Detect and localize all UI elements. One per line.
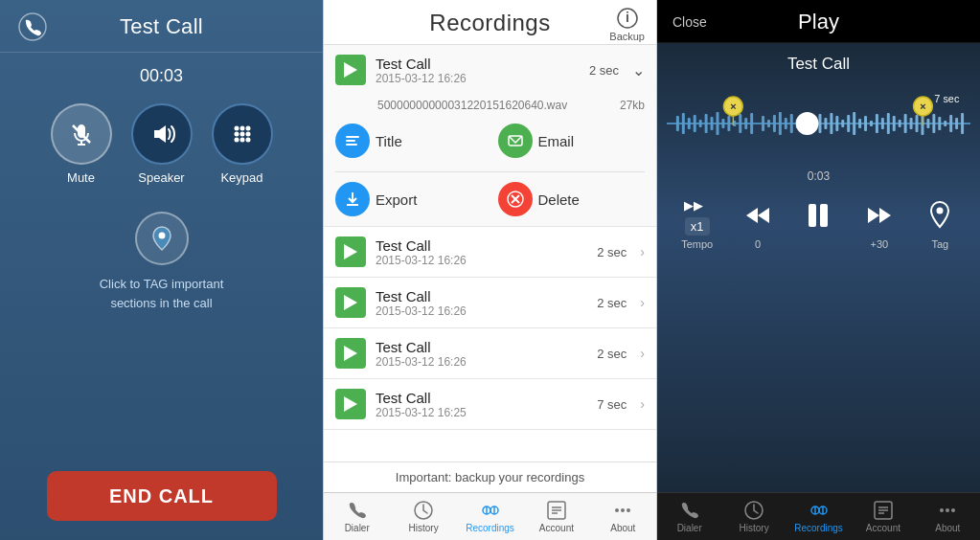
forward-label: +30 bbox=[871, 238, 889, 250]
svg-rect-68 bbox=[841, 120, 844, 127]
export-button[interactable]: Export bbox=[335, 182, 483, 216]
list-item[interactable]: Test Call 2015-03-12 16:26 2 sec › bbox=[324, 227, 656, 278]
svg-point-39 bbox=[627, 508, 630, 512]
chevron-right-icon: › bbox=[640, 295, 645, 310]
email-icon bbox=[498, 124, 533, 158]
player-nav-dialer[interactable]: Dialer bbox=[657, 493, 721, 540]
nav-recordings-label: Recordings bbox=[466, 523, 514, 533]
svg-rect-101 bbox=[809, 204, 816, 227]
svg-rect-65 bbox=[824, 118, 827, 129]
svg-marker-16 bbox=[344, 62, 357, 78]
recording-list: Test Call 2015-03-12 16:26 2 sec ⌄ 50000… bbox=[324, 45, 656, 461]
svg-rect-64 bbox=[819, 114, 822, 133]
play-button[interactable] bbox=[335, 338, 366, 369]
keypad-button[interactable]: Keypad bbox=[212, 103, 273, 185]
svg-rect-102 bbox=[820, 204, 828, 227]
nav-dialer-label: Dialer bbox=[345, 523, 370, 533]
mute-button[interactable]: Mute bbox=[51, 103, 112, 185]
speaker-label: Speaker bbox=[138, 170, 184, 185]
nav-recordings[interactable]: Recordings bbox=[457, 493, 523, 540]
play-button[interactable] bbox=[335, 389, 366, 419]
svg-rect-76 bbox=[887, 113, 890, 134]
nav-account[interactable]: Account bbox=[523, 493, 589, 540]
title-button[interactable]: Title bbox=[335, 124, 483, 158]
player-nav-about[interactable]: About bbox=[916, 493, 980, 540]
nav-history[interactable]: History bbox=[390, 493, 456, 540]
svg-rect-73 bbox=[870, 121, 873, 126]
list-item[interactable]: Test Call 2015-03-12 16:25 7 sec › bbox=[324, 379, 656, 430]
svg-point-13 bbox=[158, 233, 165, 239]
rewind-to-start-button[interactable]: 0 bbox=[739, 196, 777, 250]
recording-duration: 2 sec bbox=[589, 63, 619, 78]
end-call-button[interactable]: END CALL bbox=[47, 471, 277, 521]
svg-rect-85 bbox=[938, 117, 941, 130]
svg-text:7 sec: 7 sec bbox=[934, 93, 960, 104]
delete-button[interactable]: Delete bbox=[498, 182, 646, 216]
svg-rect-81 bbox=[916, 115, 919, 132]
player-nav-history[interactable]: History bbox=[721, 493, 786, 540]
tag-player-button[interactable]: Tag bbox=[921, 196, 959, 250]
recording-item-row[interactable]: Test Call 2015-03-12 16:26 2 sec ⌄ bbox=[324, 45, 656, 95]
filename: 50000000000031220151620640.wav bbox=[377, 99, 567, 112]
svg-rect-44 bbox=[694, 115, 696, 132]
play-button[interactable] bbox=[335, 55, 366, 85]
player-nav-account[interactable]: Account bbox=[851, 493, 915, 540]
svg-rect-79 bbox=[904, 114, 907, 133]
svg-rect-45 bbox=[699, 120, 702, 127]
list-item[interactable]: Test Call 2015-03-12 16:26 2 sec › bbox=[324, 328, 656, 379]
recording-date: 2015-03-12 16:26 bbox=[376, 72, 580, 85]
svg-rect-84 bbox=[932, 114, 935, 133]
chevron-down-icon: ⌄ bbox=[632, 61, 645, 79]
waveform[interactable]: × × 7 sec bbox=[667, 89, 970, 166]
svg-point-116 bbox=[946, 508, 949, 512]
svg-rect-58 bbox=[779, 112, 782, 135]
svg-point-97 bbox=[796, 112, 819, 135]
svg-point-11 bbox=[239, 138, 244, 143]
chevron-right-icon: › bbox=[640, 346, 645, 361]
svg-marker-27 bbox=[344, 396, 357, 412]
svg-text:▶▶: ▶▶ bbox=[684, 198, 703, 213]
svg-rect-67 bbox=[835, 116, 838, 131]
close-button[interactable]: Close bbox=[672, 14, 745, 30]
list-item[interactable]: Test Call 2015-03-12 16:26 2 sec › bbox=[324, 278, 656, 328]
speaker-button[interactable]: Speaker bbox=[131, 103, 193, 185]
play-button[interactable] bbox=[335, 236, 366, 267]
svg-rect-86 bbox=[944, 121, 946, 126]
active-call-panel: Test Call 00:03 Mute bbox=[0, 0, 323, 540]
phone-icon bbox=[15, 10, 50, 44]
svg-marker-103 bbox=[868, 208, 879, 223]
svg-rect-60 bbox=[790, 114, 793, 133]
email-button[interactable]: Email bbox=[498, 124, 646, 158]
svg-marker-26 bbox=[344, 346, 357, 361]
nav-about[interactable]: About bbox=[590, 493, 656, 540]
player-nav-recordings[interactable]: Recordings bbox=[786, 493, 851, 540]
svg-rect-48 bbox=[717, 112, 719, 135]
pause-button[interactable] bbox=[799, 196, 837, 250]
recordings-panel: Recordings i Backup Test Call 2015-03-12… bbox=[323, 0, 657, 540]
backup-button[interactable]: i Backup bbox=[609, 8, 645, 42]
chevron-right-icon: › bbox=[640, 244, 645, 259]
action-divider bbox=[335, 171, 645, 172]
nav-dialer[interactable]: Dialer bbox=[324, 493, 390, 540]
title-icon bbox=[335, 124, 370, 158]
forward-button[interactable]: +30 bbox=[860, 196, 899, 250]
svg-rect-41 bbox=[676, 116, 679, 131]
svg-marker-24 bbox=[344, 244, 357, 259]
tag-section: Click to TAG importantsections in the ca… bbox=[100, 212, 224, 312]
svg-rect-71 bbox=[858, 119, 861, 128]
filesize: 27kb bbox=[620, 99, 645, 112]
player-panel: Close Play Test Call bbox=[657, 0, 980, 540]
svg-rect-19 bbox=[346, 144, 357, 146]
svg-marker-100 bbox=[758, 208, 769, 223]
player-content: Test Call bbox=[657, 43, 980, 492]
svg-rect-87 bbox=[949, 115, 952, 132]
player-bottom-nav: Dialer History Recordings Account About bbox=[657, 492, 980, 540]
tag-button[interactable] bbox=[135, 212, 189, 265]
bottom-nav: Dialer History Recordings Account About bbox=[324, 492, 656, 540]
tempo-value: x1 bbox=[685, 217, 710, 236]
svg-rect-66 bbox=[830, 113, 832, 134]
play-button[interactable] bbox=[335, 287, 366, 318]
svg-rect-56 bbox=[767, 120, 770, 127]
tempo-button[interactable]: ▶▶ x1 Tempo bbox=[678, 196, 717, 250]
svg-rect-53 bbox=[744, 118, 747, 129]
